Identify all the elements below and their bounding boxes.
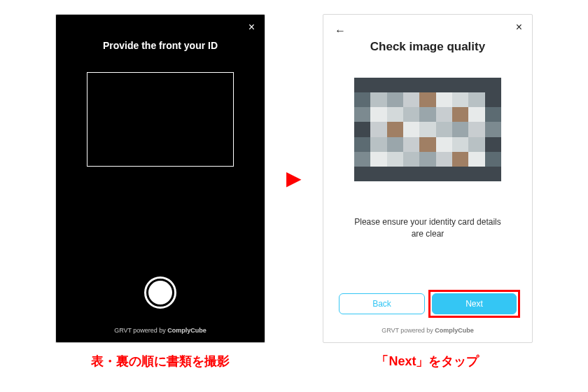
capture-title: Provide the front your ID (56, 40, 265, 51)
footer-brand: ComplyCube (435, 327, 474, 334)
id-preview-image (354, 78, 501, 181)
tutorial-stage: × Provide the front your ID GRVT powered… (0, 0, 588, 377)
close-icon[interactable]: × (248, 22, 255, 33)
footer-prefix: GRVT powered by (382, 327, 435, 334)
left-caption: 表・裏の順に書類を撮影 (91, 353, 230, 370)
arrow-icon: ▶ (286, 167, 302, 190)
next-button[interactable]: Next (432, 293, 517, 314)
back-arrow-icon[interactable]: ← (335, 24, 346, 37)
id-frame-guide (87, 72, 234, 167)
capture-footer: GRVT powered by ComplyCube (56, 327, 265, 334)
shutter-button[interactable] (144, 276, 176, 309)
instruction-line-1: Please ensure your identity card details (354, 217, 500, 227)
right-caption: 「Next」をタップ (376, 353, 479, 370)
review-screen: ← × Check image quality Please ensure yo… (323, 14, 533, 343)
shutter-inner (148, 281, 172, 304)
capture-screen: × Provide the front your ID GRVT powered… (55, 14, 265, 343)
instruction-line-2: are clear (412, 229, 444, 239)
close-icon[interactable]: × (516, 22, 522, 33)
review-instruction: Please ensure your identity card details… (323, 216, 532, 240)
button-row: Back Next (323, 293, 532, 314)
back-button[interactable]: Back (339, 293, 425, 314)
review-footer: GRVT powered by ComplyCube (323, 327, 532, 334)
left-panel: × Provide the front your ID GRVT powered… (55, 14, 265, 370)
review-title: Check image quality (323, 40, 532, 54)
footer-brand: ComplyCube (167, 327, 206, 334)
right-panel: ← × Check image quality Please ensure yo… (323, 14, 533, 370)
footer-prefix: GRVT powered by (114, 327, 167, 334)
